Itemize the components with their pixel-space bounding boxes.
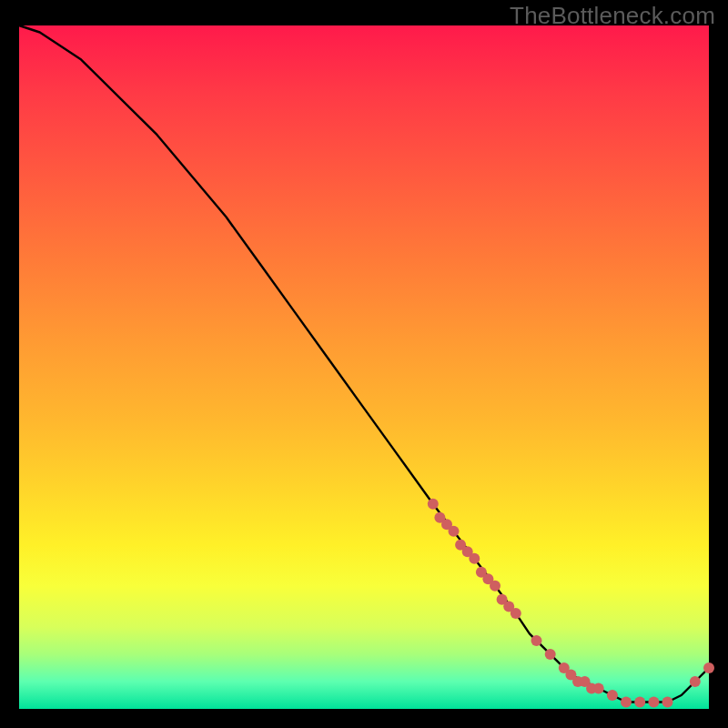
data-point [634, 697, 645, 708]
data-point [593, 683, 604, 694]
data-point [621, 697, 632, 708]
data-point [469, 553, 480, 564]
data-point [662, 697, 673, 708]
data-point [690, 676, 701, 687]
data-points-group [428, 499, 714, 708]
data-point [428, 499, 439, 510]
chart-svg [19, 25, 709, 709]
data-point [531, 635, 542, 646]
data-point [703, 662, 714, 673]
data-point [490, 581, 500, 592]
data-point [511, 608, 521, 619]
data-point [545, 649, 556, 660]
plot-area [19, 25, 709, 709]
data-point [648, 697, 659, 708]
chart-frame: TheBottleneck.com [0, 0, 728, 728]
data-point [607, 690, 618, 701]
data-point [449, 526, 460, 537]
bottleneck-curve [19, 25, 709, 703]
